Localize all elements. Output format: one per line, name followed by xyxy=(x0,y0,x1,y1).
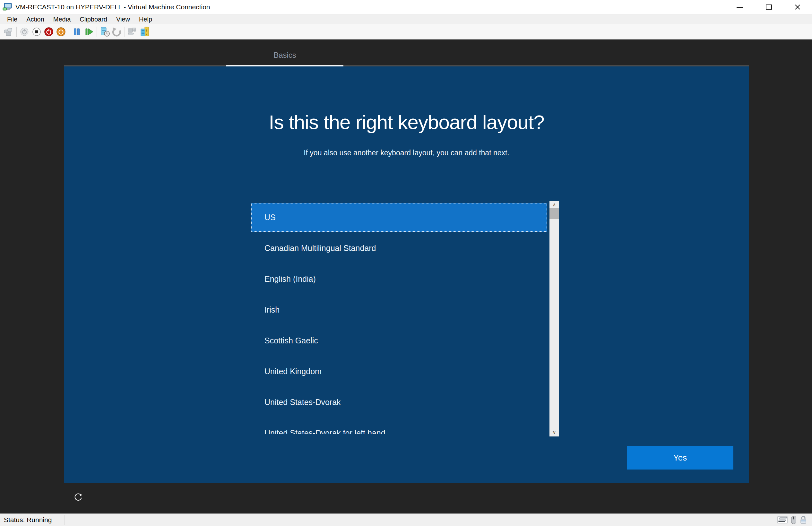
vm-status-text: Status: Running xyxy=(4,516,64,524)
scroll-down-button[interactable]: ∨ xyxy=(549,429,559,436)
move-machine-icon xyxy=(127,27,138,37)
statusbar: Status: Running xyxy=(0,513,812,526)
keyboard-layout-option[interactable]: United States-Dvorak xyxy=(251,388,547,417)
keyboard-layout-list: US Canadian Multilingual Standard Englis… xyxy=(251,201,547,434)
option-label: English (India) xyxy=(264,274,316,284)
keyboard-layout-option[interactable]: Canadian Multilingual Standard xyxy=(251,234,547,263)
shut-down-button[interactable] xyxy=(43,25,55,38)
toolbar-separator xyxy=(97,27,97,37)
start-icon xyxy=(19,27,30,37)
lock-icon xyxy=(800,515,807,524)
enhanced-session-button[interactable] xyxy=(139,25,151,38)
keyboard-layout-option-selected[interactable]: US xyxy=(251,203,547,232)
option-label: United Kingdom xyxy=(264,367,322,376)
enhanced-session-icon xyxy=(139,26,150,37)
ease-of-access-button[interactable] xyxy=(71,490,85,504)
menu-file[interactable]: File xyxy=(3,14,22,24)
oobe-step-basics: Basics xyxy=(226,46,344,64)
revert-icon xyxy=(111,27,122,37)
menubar: File Action Media Clipboard View Help xyxy=(0,14,812,24)
move-button[interactable] xyxy=(127,25,139,38)
oobe-panel: Is this the right keyboard layout? If yo… xyxy=(64,67,749,483)
option-label: US xyxy=(264,213,276,222)
keyboard-layout-option[interactable]: United Kingdom xyxy=(251,357,547,386)
window-controls xyxy=(725,0,812,14)
ease-of-access-icon xyxy=(73,491,84,503)
keyboard-layout-option[interactable]: English (India) xyxy=(251,264,547,293)
revert-button[interactable] xyxy=(111,25,123,38)
menu-view[interactable]: View xyxy=(112,14,134,24)
window-title: VM-RECAST-10 on HYPERV-DELL - Virtual Ma… xyxy=(15,3,210,11)
toolbar-separator xyxy=(69,27,69,37)
statusbar-separator xyxy=(64,515,65,525)
pause-button[interactable] xyxy=(71,25,83,38)
option-label: Canadian Multilingual Standard xyxy=(264,244,376,253)
reset-icon xyxy=(84,27,95,37)
save-button[interactable] xyxy=(55,25,67,38)
checkpoint-button[interactable] xyxy=(99,25,111,38)
minimize-button[interactable] xyxy=(725,0,754,14)
keyboard-layout-option[interactable]: Irish xyxy=(251,295,547,324)
checkpoint-icon xyxy=(99,26,110,37)
mouse-capture-icon xyxy=(791,515,797,524)
turn-off-icon xyxy=(31,27,42,37)
ctrl-alt-del-button[interactable] xyxy=(3,25,15,38)
scrollbar-thumb[interactable] xyxy=(549,208,559,219)
menu-action[interactable]: Action xyxy=(22,14,49,24)
keyboard-capture-icon xyxy=(777,516,788,523)
titlebar: VM-RECAST-10 on HYPERV-DELL - Virtual Ma… xyxy=(0,0,812,14)
option-label: United States-Dvorak xyxy=(264,398,341,407)
ctrl-alt-del-icon xyxy=(3,27,14,36)
toolbar-separator xyxy=(16,27,17,37)
keyboard-layout-option[interactable]: United States-Dvorak for left hand xyxy=(251,419,547,434)
menu-help[interactable]: Help xyxy=(134,14,157,24)
keyboard-layout-option[interactable]: Scottish Gaelic xyxy=(251,326,547,355)
toolbar-separator xyxy=(125,27,125,37)
scroll-up-button[interactable]: ∧ xyxy=(549,201,559,208)
page-subtitle: If you also use another keyboard layout,… xyxy=(64,149,749,157)
statusbar-indicators xyxy=(777,515,807,524)
close-button[interactable] xyxy=(783,0,812,14)
shut-down-icon xyxy=(43,26,54,37)
vm-display: Basics Is this the right keyboard layout… xyxy=(0,40,812,513)
reset-button[interactable] xyxy=(83,25,95,38)
hyperv-app-icon xyxy=(3,2,12,12)
maximize-icon xyxy=(766,4,772,10)
option-label: Irish xyxy=(264,305,279,315)
option-label: United States-Dvorak for left hand xyxy=(264,428,386,435)
pause-icon xyxy=(72,27,82,37)
page-title: Is this the right keyboard layout? xyxy=(64,111,749,133)
start-button[interactable] xyxy=(18,25,30,38)
close-icon xyxy=(794,4,801,10)
menu-media[interactable]: Media xyxy=(49,14,75,24)
list-scrollbar[interactable]: ∧ ∨ xyxy=(549,201,559,437)
option-label: Scottish Gaelic xyxy=(264,336,318,345)
vm-connection-window: VM-RECAST-10 on HYPERV-DELL - Virtual Ma… xyxy=(0,0,812,526)
turn-off-button[interactable] xyxy=(30,25,43,38)
yes-button[interactable]: Yes xyxy=(627,446,734,469)
menu-clipboard[interactable]: Clipboard xyxy=(75,14,112,24)
minimize-icon xyxy=(737,7,743,8)
toolbar xyxy=(0,24,812,40)
maximize-button[interactable] xyxy=(754,0,783,14)
save-icon xyxy=(56,26,67,37)
